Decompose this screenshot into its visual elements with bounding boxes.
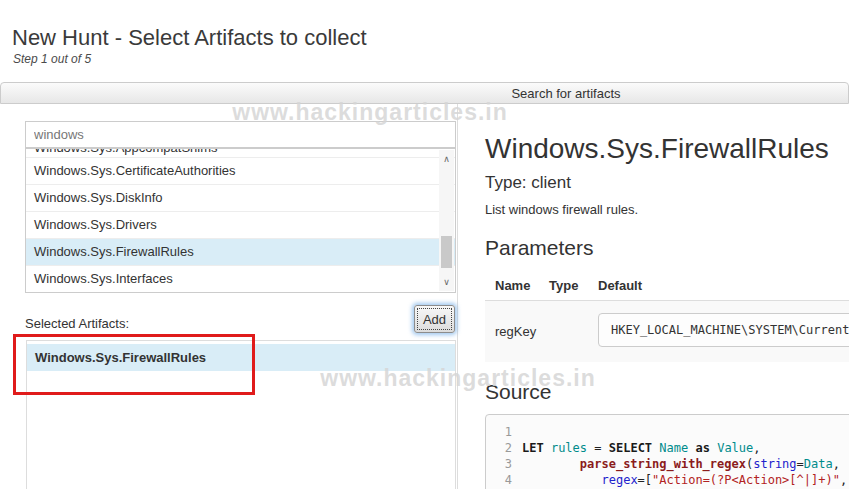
column-header-name: Name [495, 278, 530, 293]
search-panel-label: Search for artifacts [511, 86, 620, 101]
artifact-list: Windows.Sys.AppcompatShims Windows.Sys.C… [25, 148, 456, 293]
source-code-block: 12LET rules = SELECT Name as Value,3 par… [485, 414, 849, 489]
column-header-default: Default [598, 278, 642, 293]
artifact-description: List windows firewall rules. [485, 202, 638, 217]
artifact-list-item[interactable]: Windows.Sys.Drivers [26, 211, 455, 238]
column-header-type: Type [549, 278, 578, 293]
artifact-detail-title: Windows.Sys.FirewallRules [485, 133, 829, 165]
code-lines: 12LET rules = SELECT Name as Value,3 par… [486, 424, 849, 489]
column-divider [457, 104, 458, 489]
page-title: New Hunt - Select Artifacts to collect [12, 25, 367, 51]
selected-artifacts-label: Selected Artifacts: [25, 316, 129, 331]
selected-artifacts-list: Windows.Sys.FirewallRules [26, 340, 456, 489]
parameter-name: regKey [495, 324, 536, 339]
scroll-up-icon[interactable]: ∧ [439, 152, 454, 166]
artifact-list-clipped-label: Windows.Sys.AppcompatShims [26, 149, 455, 154]
page-step-indicator: Step 1 out of 5 [13, 52, 91, 66]
artifact-type-label: Type: client [485, 173, 571, 193]
code-line: 1 [486, 424, 849, 440]
artifact-list-item[interactable]: Windows.Sys.Interfaces [26, 265, 455, 292]
source-heading: Source [485, 380, 552, 404]
artifact-search-input[interactable] [25, 121, 456, 148]
artifact-list-item[interactable]: Windows.Sys.CertificateAuthorities [26, 157, 455, 184]
artifact-list-item[interactable]: Windows.Sys.DiskInfo [26, 184, 455, 211]
selected-artifact-item[interactable]: Windows.Sys.FirewallRules [27, 344, 455, 371]
code-line: 3 parse_string_with_regex(string=Data, [486, 456, 849, 472]
artifact-list-item[interactable]: Windows.Sys.FirewallRules [26, 238, 455, 265]
artifact-list-rows: Windows.Sys.CertificateAuthoritiesWindow… [26, 157, 455, 292]
parameters-heading: Parameters [485, 236, 594, 260]
code-line: 4 regex=["Action=(?P<Action>[^|]+)", [486, 472, 849, 488]
add-button[interactable]: Add [414, 305, 455, 333]
artifact-list-scrollbar[interactable]: ∧ ∨ [439, 150, 454, 291]
search-for-artifacts-panel-header[interactable]: Search for artifacts [0, 82, 849, 104]
code-line: 2LET rules = SELECT Name as Value, [486, 440, 849, 456]
scroll-down-icon[interactable]: ∨ [439, 275, 454, 289]
artifact-list-clipped-item[interactable]: Windows.Sys.AppcompatShims [26, 149, 455, 157]
parameter-default-input[interactable]: HKEY_LOCAL_MACHINE\SYSTEM\CurrentCo [598, 313, 849, 347]
scrollbar-thumb[interactable] [441, 236, 452, 268]
